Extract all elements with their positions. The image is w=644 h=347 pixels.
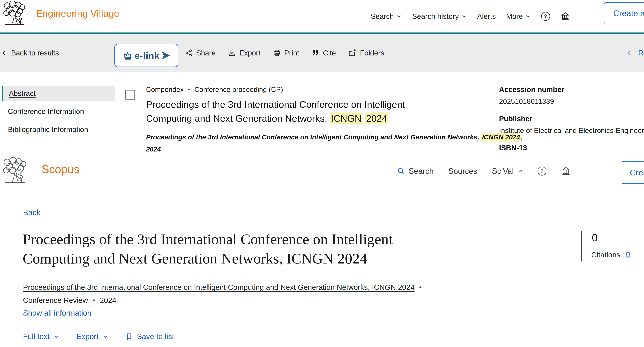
scopus-create-account-button[interactable]: Crea bbox=[622, 161, 644, 184]
search-icon bbox=[397, 167, 405, 175]
cite-label: Cite bbox=[323, 49, 336, 57]
ev-record-sidebar: Abstract Conference Information Bibliogr… bbox=[2, 86, 115, 140]
ev-record-main: Compendex • Conference proceeding (CP) P… bbox=[146, 86, 494, 155]
elsevier-tree-logo-icon bbox=[2, 157, 28, 184]
scopus-nav-search[interactable]: Search bbox=[397, 166, 434, 176]
print-button[interactable]: Print bbox=[273, 49, 299, 57]
save-to-list-label: Save to list bbox=[137, 332, 174, 341]
ev-brand-title: Engineering Village bbox=[36, 8, 119, 19]
share-button[interactable]: Share bbox=[185, 49, 216, 57]
back-to-results-label: Back to results bbox=[11, 49, 59, 57]
institution-icon bbox=[560, 12, 570, 21]
scopus-nav-sources[interactable]: Sources bbox=[448, 166, 477, 176]
field-label: Accession number bbox=[499, 85, 644, 94]
citations-label: Citations bbox=[591, 250, 620, 259]
ev-toolbar-actions: Share Export Print Cite bbox=[185, 34, 384, 72]
page: Engineering Village Search Search histor… bbox=[0, 0, 644, 347]
help-glyph: ? bbox=[540, 168, 544, 174]
elink-button[interactable]: e-link bbox=[114, 44, 178, 67]
ev-nav-search-history[interactable]: Search history bbox=[412, 12, 467, 20]
scopus-year: 2024 bbox=[100, 296, 116, 304]
citations-divider bbox=[581, 231, 582, 262]
ev-create-account-label: Create acc bbox=[613, 8, 644, 18]
printer-icon bbox=[273, 49, 281, 57]
scopus-nav-scival-label: SciVal bbox=[492, 166, 514, 176]
record-meta-line: Compendex • Conference proceeding (CP) bbox=[146, 86, 494, 94]
scopus-help-button[interactable]: ? bbox=[538, 167, 546, 176]
record-pager[interactable]: Re bbox=[626, 34, 644, 72]
source-title-text: Proceedings of the 3rd International Con… bbox=[146, 134, 479, 141]
ev-top-nav: Search Search history Alerts More ? bbox=[371, 0, 570, 32]
institution-button[interactable] bbox=[560, 12, 570, 21]
field-label: Publisher bbox=[499, 114, 644, 123]
chevron-left-icon bbox=[1, 50, 8, 56]
scopus-back-link[interactable]: Back bbox=[23, 208, 40, 217]
ev-nav-alerts[interactable]: Alerts bbox=[477, 12, 496, 20]
ev-nav-more[interactable]: More bbox=[506, 12, 531, 20]
bell-icon[interactable] bbox=[624, 251, 632, 259]
field-value: Institute of Electrical and Electronics … bbox=[499, 126, 644, 135]
share-label: Share bbox=[196, 49, 216, 57]
bullet-separator: • bbox=[188, 86, 190, 94]
chevron-down-icon bbox=[396, 14, 402, 19]
chevron-down-icon bbox=[525, 14, 531, 19]
ev-accent-divider bbox=[0, 32, 644, 34]
arrow-right-icon bbox=[161, 51, 170, 60]
record-pager-label: Re bbox=[638, 48, 644, 57]
print-label: Print bbox=[284, 49, 299, 57]
field-isbn13: ISBN-13 bbox=[499, 144, 644, 152]
scopus-export-button[interactable]: Export bbox=[76, 332, 108, 341]
scopus-source-link[interactable]: Proceedings of the 3rd International Con… bbox=[23, 283, 414, 292]
document-type: Conference proceeding (CP) bbox=[194, 86, 283, 94]
ev-record-details: Accession number 20251018011339 Publishe… bbox=[499, 85, 644, 161]
share-icon bbox=[185, 49, 193, 57]
scopus-brand-title: Scopus bbox=[42, 163, 80, 176]
full-text-button[interactable]: Full text bbox=[23, 332, 60, 341]
scopus-nav-sources-label: Sources bbox=[448, 166, 477, 176]
bookmark-icon bbox=[126, 332, 133, 340]
field-accession-number: Accession number 20251018011339 bbox=[499, 85, 644, 106]
quote-icon bbox=[312, 49, 320, 57]
citations-count: 0 bbox=[592, 232, 598, 244]
record-title: Proceedings of the 3rd International Con… bbox=[146, 98, 434, 126]
download-icon bbox=[228, 49, 236, 57]
ev-toolbar: Back to results e-link Share bbox=[0, 34, 644, 72]
help-glyph: ? bbox=[544, 13, 547, 19]
select-record-checkbox[interactable] bbox=[126, 90, 135, 100]
bullet-separator: • bbox=[419, 283, 422, 292]
chevron-down-icon bbox=[103, 334, 108, 340]
ev-nav-search-history-label: Search history bbox=[412, 12, 459, 20]
back-to-results-button[interactable]: Back to results bbox=[1, 34, 59, 72]
scopus-nav-search-label: Search bbox=[408, 166, 434, 176]
database-name: Compendex bbox=[146, 86, 184, 94]
ev-nav-alerts-label: Alerts bbox=[477, 12, 496, 20]
folders-button[interactable]: Folders bbox=[348, 49, 384, 57]
scopus-source-line: Proceedings of the 3rd International Con… bbox=[23, 281, 438, 307]
scopus-nav-scival[interactable]: SciVal bbox=[492, 166, 523, 176]
scopus-actions: Full text Export Save to list bbox=[23, 332, 174, 341]
help-button[interactable]: ? bbox=[541, 12, 550, 21]
chevron-down-icon bbox=[461, 14, 467, 19]
export-button[interactable]: Export bbox=[228, 49, 260, 57]
sidebar-item-label: Bibliographic Information bbox=[8, 125, 88, 134]
ev-nav-search[interactable]: Search bbox=[371, 12, 402, 20]
show-all-information-link[interactable]: Show all information bbox=[23, 309, 92, 317]
help-icon: ? bbox=[541, 12, 550, 21]
external-link-arrow-icon bbox=[517, 168, 523, 174]
highlighted-term: 2024 bbox=[365, 112, 388, 124]
sidebar-item-label: Abstract bbox=[9, 89, 36, 98]
save-to-list-button[interactable]: Save to list bbox=[126, 332, 174, 341]
full-text-label: Full text bbox=[23, 332, 50, 341]
scopus-export-label: Export bbox=[76, 332, 98, 341]
highlighted-term: ICNGN bbox=[330, 112, 362, 124]
scopus-institution-button[interactable] bbox=[561, 166, 571, 176]
ev-create-account-button[interactable]: Create acc bbox=[604, 2, 644, 24]
sidebar-item-bibliographic-information[interactable]: Bibliographic Information bbox=[2, 122, 115, 137]
folders-label: Folders bbox=[360, 49, 384, 57]
folder-add-icon bbox=[348, 49, 356, 57]
scopus-create-account-label: Crea bbox=[630, 168, 644, 177]
sidebar-item-conference-information[interactable]: Conference Information bbox=[2, 104, 115, 119]
sidebar-item-abstract[interactable]: Abstract bbox=[2, 86, 115, 101]
cite-button[interactable]: Cite bbox=[312, 49, 336, 57]
help-icon: ? bbox=[538, 167, 546, 176]
